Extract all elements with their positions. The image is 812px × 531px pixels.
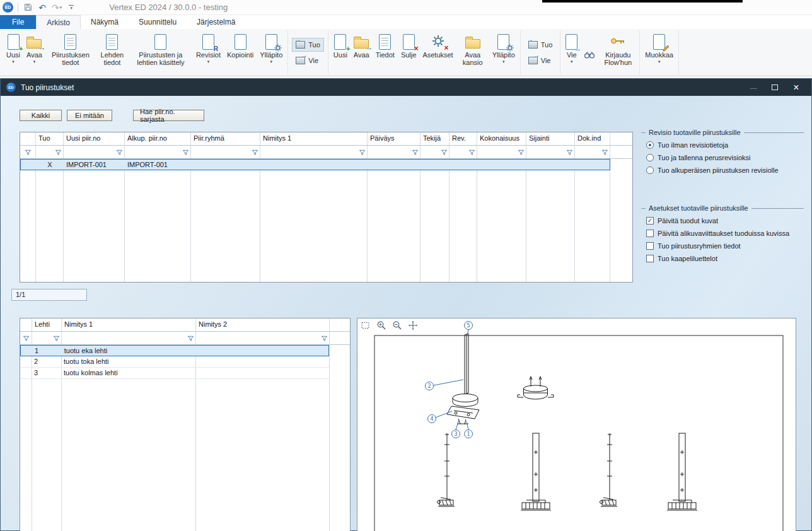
find-button[interactable]: [581, 31, 598, 66]
tab-nakyma[interactable]: Näkymä: [81, 15, 129, 29]
copy-button[interactable]: Kopiointi: [224, 31, 257, 64]
filter-cell[interactable]: [449, 146, 477, 158]
column-header[interactable]: Nimitys 1: [61, 318, 195, 331]
column-header[interactable]: Tuo: [35, 132, 63, 145]
maintenance2-button[interactable]: Ylläpito ▾: [489, 31, 518, 64]
settings-button[interactable]: × Asetukset: [419, 31, 456, 64]
sheet-row[interactable]: 2 tuotu toka lehti: [20, 356, 329, 368]
minimize-button[interactable]: —: [744, 81, 763, 95]
column-header[interactable]: Alkup. piir.no: [124, 132, 190, 145]
column-header[interactable]: Rev.: [449, 132, 477, 145]
select-all-button[interactable]: Kaikki: [20, 110, 62, 121]
dialog-app-icon: ED: [6, 83, 16, 92]
filter-cell[interactable]: [20, 146, 35, 158]
maximize-button[interactable]: [765, 81, 784, 95]
filter-cell[interactable]: [367, 146, 420, 158]
customize-qat-button[interactable]: ▾: [66, 2, 76, 13]
filter-cell[interactable]: [32, 332, 61, 344]
zoom-out-button[interactable]: [392, 320, 403, 331]
filter-cell[interactable]: [35, 146, 63, 158]
checkbox-import-drawing-group-info[interactable]: Tuo piirustusryhmien tiedot: [646, 242, 804, 250]
checkbox-import-cable-lists[interactable]: Tuo kaapeliluettelot: [646, 255, 804, 262]
column-header[interactable]: Kokonaisuus: [477, 132, 526, 145]
revisions-button[interactable]: R Revisiot ▾: [193, 31, 224, 64]
import-export-stack-1: → Tuo → Vie: [288, 30, 328, 74]
filter-cell[interactable]: [477, 146, 526, 158]
close-project-button[interactable]: × Sulje: [398, 31, 419, 64]
filter-cell[interactable]: [63, 146, 124, 158]
column-header[interactable]: Lehti: [32, 318, 61, 331]
maintenance-button[interactable]: Ylläpito ▾: [257, 31, 286, 64]
zoom-in-button[interactable]: [376, 320, 387, 331]
sheet-info-button[interactable]: Lehden tiedot: [96, 31, 129, 72]
export-large-button[interactable]: → Vie ▾: [562, 31, 581, 64]
search-series-button[interactable]: Hae piir.no. sarjasta: [133, 110, 204, 121]
column-header[interactable]: Uusi piir.no: [63, 132, 124, 145]
filter-icon: [182, 149, 189, 156]
import-button[interactable]: → Tuo: [525, 38, 557, 52]
stacked-documents-icon: [154, 34, 166, 50]
open-project-button[interactable]: → Avaa: [351, 31, 373, 64]
select-none-button[interactable]: Ei mitään: [67, 110, 112, 121]
export-button[interactable]: → Vie: [292, 54, 324, 67]
filter-cell[interactable]: [526, 146, 574, 158]
checkbox-update-imported-pictures[interactable]: ✓ Päivitä tuodut kuvat: [646, 217, 804, 225]
filter-cell[interactable]: [190, 146, 260, 158]
radio-import-without-revisions[interactable]: Tuo ilman revisiotietoja: [646, 141, 804, 149]
edit-button[interactable]: Muokkaa ▾: [642, 31, 676, 64]
drawing-info-button[interactable]: Piirustuksen tiedot: [45, 31, 96, 72]
filter-cell[interactable]: [124, 146, 190, 158]
column-header[interactable]: Päiväys: [367, 132, 420, 145]
tab-arkisto[interactable]: Arkisto: [36, 15, 81, 29]
login-flow-button[interactable]: Kirjaudu Flow'hun: [598, 31, 637, 72]
radio-original-drawing-revision[interactable]: Tuo alkuperäisen piirustuksen revisiolle: [646, 166, 804, 174]
column-header[interactable]: Sijainti: [526, 132, 574, 145]
tab-suunnittelu[interactable]: Suunnittelu: [129, 15, 187, 29]
ribbon-group-edit: Muokkaa ▾: [640, 30, 679, 74]
checkbox-checked-icon: ✓: [646, 217, 654, 225]
sheets-table-header: Lehti Nimitys 1 Nimitys 2: [20, 318, 350, 332]
column-header[interactable]: Dok.ind: [574, 132, 610, 145]
filter-cell[interactable]: [61, 332, 195, 344]
new-drawing-button[interactable]: + Uusi ▾: [3, 31, 23, 64]
drawings-table-header: Tuo Uusi piir.no Alkup. piir.no Piir.ryh…: [20, 132, 632, 146]
settings-options-group: Asetukset tuotaville piirustuksille ✓ Pä…: [641, 204, 804, 262]
close-button[interactable]: ×: [787, 81, 806, 95]
tab-jarjestelma[interactable]: Järjestelmä: [187, 15, 245, 29]
radio-save-as-base-revision[interactable]: Tuo ja tallenna perusrevisioksi: [646, 154, 804, 161]
export-button[interactable]: → Vie: [525, 54, 557, 67]
filter-icon: [23, 335, 30, 342]
open-folder-button[interactable]: Avaa kansio: [456, 31, 489, 72]
filter-cell[interactable]: [574, 146, 610, 158]
pan-button[interactable]: [407, 320, 419, 331]
filter-cell[interactable]: [260, 146, 367, 158]
dialog-titlebar[interactable]: ED Tuo piirustukset — ×: [1, 79, 811, 96]
sheet-row[interactable]: 3 tuotu kolmas lehti: [20, 368, 329, 379]
column-header[interactable]: Nimitys 1: [260, 132, 367, 145]
tab-file[interactable]: File: [0, 15, 36, 29]
project-info-button[interactable]: Tiedot: [373, 31, 398, 64]
radio-selected-icon: [646, 141, 654, 149]
table-row-selected[interactable]: X IMPORT-001 IMPORT-001: [20, 159, 610, 170]
zoom-window-button[interactable]: [360, 320, 371, 331]
redo-button[interactable]: ↷▾: [52, 2, 62, 13]
new-document-icon: +: [334, 34, 346, 50]
undo-button[interactable]: ↶: [37, 2, 47, 13]
filter-cell[interactable]: [195, 332, 329, 344]
open-drawing-button[interactable]: → Avaa ▾: [23, 31, 45, 64]
pan-icon: [408, 320, 418, 330]
column-header[interactable]: Tekijä: [420, 132, 449, 145]
manage-drawings-sheets-button[interactable]: Piirustusten ja lehtien käsittely: [129, 31, 193, 72]
new-document-icon: +: [8, 34, 20, 50]
column-header[interactable]: Piir.ryhmä: [190, 132, 260, 145]
import-button[interactable]: → Tuo: [292, 38, 324, 52]
new-project-button[interactable]: + Uusi: [330, 31, 351, 64]
save-button[interactable]: [23, 2, 33, 13]
column-header[interactable]: Nimitys 2: [195, 318, 329, 331]
sheet-row-selected[interactable]: 1 tuotu eka lehti: [20, 345, 329, 356]
app-icon[interactable]: ED: [3, 2, 13, 13]
checkbox-update-subpicture-references[interactable]: Päivitä alikuvaviittaukset tuoduissa kuv…: [646, 230, 804, 237]
filter-cell[interactable]: [420, 146, 449, 158]
filter-cell[interactable]: [20, 332, 32, 344]
export-document-icon: →: [566, 34, 577, 50]
